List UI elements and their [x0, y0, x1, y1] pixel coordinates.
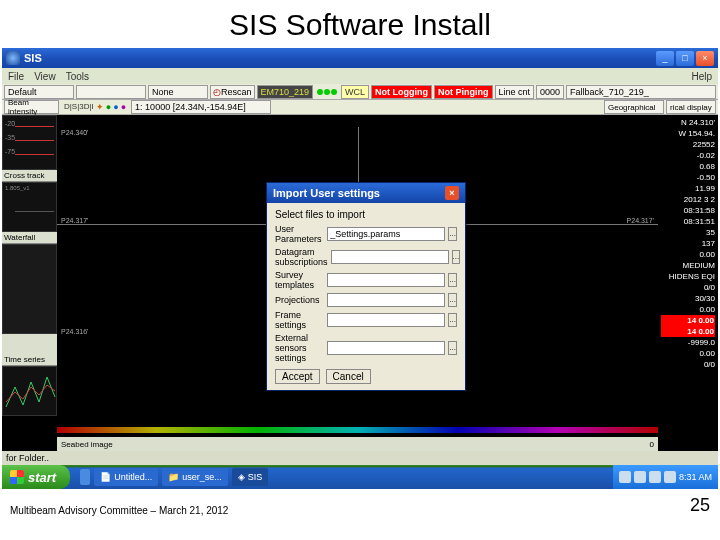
geo-value: 0/0	[661, 359, 715, 370]
app-statusbar: for Folder..	[2, 451, 718, 465]
geo-value: 0.68	[661, 161, 715, 172]
none-field: None	[148, 85, 208, 99]
slide-title: SIS Software Install	[0, 0, 720, 48]
menu-file[interactable]: File	[8, 71, 24, 82]
geo-value: 30/30	[661, 293, 715, 304]
close-button[interactable]: ×	[696, 51, 714, 66]
menu-tools[interactable]: Tools	[66, 71, 89, 82]
taskbar-item[interactable]: 📄Untitled...	[94, 468, 158, 486]
dialog-close-button[interactable]: ×	[445, 186, 459, 200]
dialog-row-label: Datagram subscriptions	[275, 247, 328, 267]
secondary-toolbar: Beam intensity D|S|3D|I ✦●●● 1: 10000 [2…	[2, 100, 718, 115]
windows-taskbar: start 📄Untitled... 📁user_se... ◈SIS 8:31…	[2, 465, 718, 489]
app-icon	[6, 51, 20, 65]
browse-button[interactable]: ...	[448, 273, 457, 287]
dialog-row: Frame settings...	[275, 310, 457, 330]
geo-value: 22552	[661, 139, 715, 150]
dialog-row: Projections...	[275, 293, 457, 307]
browse-button[interactable]: ...	[448, 313, 457, 327]
geo-value: 0.00	[661, 348, 715, 359]
file-input[interactable]	[327, 293, 445, 307]
not-pinging-badge: Not Pinging	[434, 85, 493, 99]
timeseries-header: Time series	[2, 354, 57, 366]
minimize-button[interactable]: _	[656, 51, 674, 66]
rescan-button[interactable]: Rescan	[221, 87, 252, 97]
preset-selector[interactable]: Default	[4, 85, 74, 99]
dialog-row: External sensors settings...	[275, 333, 457, 363]
geo-value: 08:31:58	[661, 205, 715, 216]
numeric-display-panel: N 24.310'W 154.94.22552-0.020.68-0.5011.…	[658, 115, 718, 451]
geo-value: N 24.310'	[661, 117, 715, 128]
window-title: SIS	[24, 52, 42, 64]
geo-value: 35	[661, 227, 715, 238]
geo-value: 11.99	[661, 183, 715, 194]
geo-value: 08:31:51	[661, 216, 715, 227]
dialog-row-label: Survey templates	[275, 270, 324, 290]
system-tray[interactable]: 8:31 AM	[613, 465, 718, 489]
waterfall-header: Waterfall	[2, 232, 57, 244]
taskbar-item[interactable]: 📁user_se...	[162, 468, 228, 486]
beam-panel-header: Beam intensity	[4, 100, 59, 114]
geo-value: 2012 3 2	[661, 194, 715, 205]
cancel-button[interactable]: Cancel	[326, 369, 371, 384]
geo-value: HIDENS EQI	[661, 271, 715, 282]
status-toolbar: Default None ◴Rescan EM710_219 WCL Not L…	[2, 84, 718, 100]
dialog-row: Datagram subscriptions...	[275, 247, 457, 267]
beam-intensity-chart: -20-35-75	[2, 115, 57, 170]
geo-value: MEDIUM	[661, 260, 715, 271]
geo-value: 0.00	[661, 304, 715, 315]
wcl-badge: WCL	[341, 85, 369, 99]
color-scale-bar	[57, 427, 658, 433]
dialog-row-label: External sensors settings	[275, 333, 324, 363]
menu-help[interactable]: Help	[691, 71, 712, 82]
browse-button[interactable]: ...	[448, 227, 457, 241]
geo-value: -0.50	[661, 172, 715, 183]
file-input[interactable]	[327, 227, 445, 241]
taskbar-item-active[interactable]: ◈SIS	[232, 468, 269, 486]
file-input[interactable]	[327, 273, 445, 287]
survey-name[interactable]: EM710_219	[257, 85, 314, 99]
file-input[interactable]	[327, 341, 445, 355]
display-label: rical display	[666, 100, 716, 114]
import-user-settings-dialog: Import User settings × Select files to i…	[266, 182, 466, 391]
maximize-button[interactable]: □	[676, 51, 694, 66]
geo-value: 14 0.00	[661, 315, 715, 326]
tray-icon[interactable]	[619, 471, 631, 483]
cross-track-chart: 1.805_v1	[2, 182, 57, 232]
geo-label: Geographical	[604, 100, 664, 114]
dialog-row: User Parameters...	[275, 224, 457, 244]
dialog-header: Select files to import	[275, 209, 457, 220]
geo-value: -9999.0	[661, 337, 715, 348]
not-logging-badge: Not Logging	[371, 85, 432, 99]
scale-field[interactable]: 1: 10000 [24.34N,-154.94E]	[131, 100, 271, 114]
dialog-row-label: User Parameters	[275, 224, 324, 244]
footer-committee: Multibeam Advisory Committee – March 21,…	[10, 505, 228, 516]
geo-value: 0.00	[661, 249, 715, 260]
tray-icon[interactable]	[649, 471, 661, 483]
menu-view[interactable]: View	[34, 71, 56, 82]
tray-icon[interactable]	[634, 471, 646, 483]
fallback-field[interactable]: Fallback_710_219_	[566, 85, 716, 99]
waterfall-chart	[2, 244, 57, 334]
sis-application-window: SIS _ □ × File View Tools Help Default N…	[2, 48, 718, 466]
seabed-bar: Seabed image0	[57, 437, 658, 451]
geo-value: 137	[661, 238, 715, 249]
windows-logo-icon	[10, 470, 24, 484]
line-cnt-label: Line cnt	[495, 85, 535, 99]
geo-value: 0/0	[661, 282, 715, 293]
tray-icon[interactable]	[664, 471, 676, 483]
file-input[interactable]	[327, 313, 445, 327]
browse-button[interactable]: ...	[448, 341, 457, 355]
accept-button[interactable]: Accept	[275, 369, 320, 384]
cross-track-header: Cross track	[2, 170, 57, 182]
browse-button[interactable]: ...	[448, 293, 457, 307]
datagram-subscriptions-input[interactable]	[331, 250, 449, 264]
dialog-row-label: Frame settings	[275, 310, 324, 330]
browse-button[interactable]: ...	[452, 250, 461, 264]
dialog-row: Survey templates...	[275, 270, 457, 290]
clock: 8:31 AM	[679, 472, 712, 482]
page-number: 25	[690, 495, 710, 516]
dialog-row-label: Projections	[275, 295, 324, 305]
start-button[interactable]: start	[2, 465, 70, 489]
geo-value: 14 0.00	[661, 326, 715, 337]
